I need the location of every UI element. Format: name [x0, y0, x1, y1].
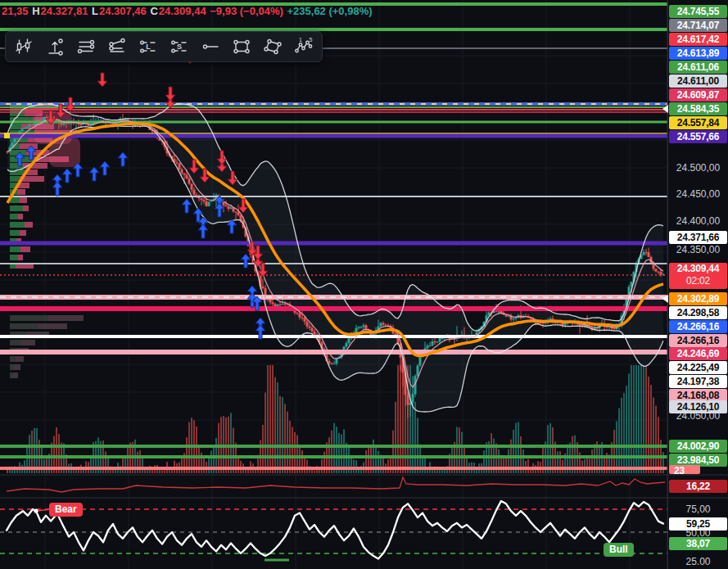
price-level-label: 24.611,06 — [669, 61, 727, 74]
price-level-label: 24.302,89 — [669, 292, 727, 305]
rectangle-button[interactable] — [228, 34, 255, 59]
axis-tick: 75,00 — [669, 503, 727, 516]
price-level-label: 24.609,87 — [669, 88, 727, 102]
price-level-label: 59,25 — [669, 517, 727, 531]
axis-tick: 25.00 — [669, 555, 727, 568]
price-level-label: 24.557,66 — [669, 130, 727, 143]
yellow-line-anchor-marker[interactable] — [4, 133, 10, 138]
short-tool-icon: S — [170, 37, 189, 56]
parallel-lines-icon — [76, 37, 96, 56]
current-price-label: 24.309,4402:02 — [669, 263, 727, 289]
price-level-label: 38,07 — [669, 537, 727, 550]
label-pointer-icon — [662, 295, 668, 303]
price-level-label: 24.126,10 — [669, 400, 727, 413]
bars-pattern-button[interactable] — [11, 34, 37, 59]
multi-trendline-button[interactable] — [104, 34, 130, 59]
legend-segment: 21,35 — [2, 5, 29, 17]
trading-chart-window: 21,35 H24.327,81 L24.307,46 C24.309,44 −… — [0, 0, 728, 569]
label-pointer-icon — [662, 105, 668, 113]
long-tool-button[interactable]: L — [135, 34, 161, 59]
price-level-label: 24.714,07 — [669, 19, 727, 32]
elliott-wave-icon: 15 — [294, 37, 314, 56]
price-level-label: 24.613,89 — [669, 47, 727, 60]
legend-segment: −9,93 (−0,04%) — [207, 5, 283, 17]
price-level-label: 24.584,35 — [669, 102, 727, 115]
price-level-label: 24.225,49 — [669, 361, 727, 374]
horizontal-ray-icon — [201, 37, 220, 56]
axis-tick: 24.500,00 — [669, 161, 727, 174]
legend-segment: C — [147, 5, 158, 17]
svg-text:1: 1 — [299, 37, 302, 43]
long-tool-icon: L — [138, 37, 158, 56]
parallel-lines-button[interactable] — [73, 34, 99, 59]
axis-tick: 24.400,00 — [669, 215, 727, 228]
rotated-rectangle-icon — [263, 37, 283, 56]
price-level-label: 24.617,42 — [669, 33, 727, 46]
rotated-rectangle-button[interactable] — [260, 34, 286, 59]
clipped-price-label: 23 — [669, 465, 700, 474]
price-level-label: 24.197,38 — [669, 375, 727, 388]
legend-segment: 24.309,44 — [159, 5, 206, 17]
axis-tick: 24.450,00 — [669, 187, 727, 201]
price-level-label: 24.266,16 — [669, 320, 727, 333]
horizontal-ray-button[interactable] — [197, 34, 224, 59]
price-level-label: 24.745,55 — [669, 5, 727, 18]
price-level-label: 24.002,90 — [669, 440, 727, 453]
price-level-label: 24.611,00 — [669, 75, 727, 88]
drawing-tools-toolbar: LS15 — [5, 31, 323, 62]
svg-text:S: S — [177, 43, 182, 51]
price-level-label: 24.371,66 — [669, 231, 727, 244]
legend-segment: +235,62 (+0,98%) — [284, 5, 373, 17]
bear-signal-label[interactable]: Bear — [49, 503, 83, 517]
long-position-button[interactable] — [42, 34, 68, 59]
long-position-icon — [45, 37, 65, 56]
legend-segment: L — [88, 5, 98, 17]
rectangle-icon — [232, 37, 251, 56]
price-level-label: 16,22 — [669, 480, 727, 493]
legend-segment: H — [29, 5, 40, 17]
ohlc-legend: 21,35 H24.327,81 L24.307,46 C24.309,44 −… — [2, 5, 373, 17]
axis-tick: 24.350,00 — [669, 243, 727, 256]
price-level-label: 24.266,16 — [669, 334, 727, 347]
price-level-label: 24.298,58 — [669, 306, 727, 319]
price-level-label: 24.557,84 — [669, 116, 727, 129]
elliott-wave-button[interactable]: 15 — [291, 34, 317, 59]
svg-text:L: L — [146, 43, 151, 51]
multi-trendline-icon — [107, 37, 127, 56]
legend-segment: 24.327,81 — [41, 5, 88, 17]
price-level-label: 24.246,69 — [669, 347, 727, 360]
price-scale[interactable]: 24.500,0024.450,0024.400,0024.350,0024.0… — [667, 0, 728, 569]
bull-signal-label[interactable]: Bull — [604, 543, 634, 557]
legend-segment: 24.307,46 — [99, 5, 147, 17]
svg-text:5: 5 — [310, 37, 313, 43]
bars-pattern-icon — [14, 37, 34, 56]
short-tool-button[interactable]: S — [166, 34, 192, 59]
